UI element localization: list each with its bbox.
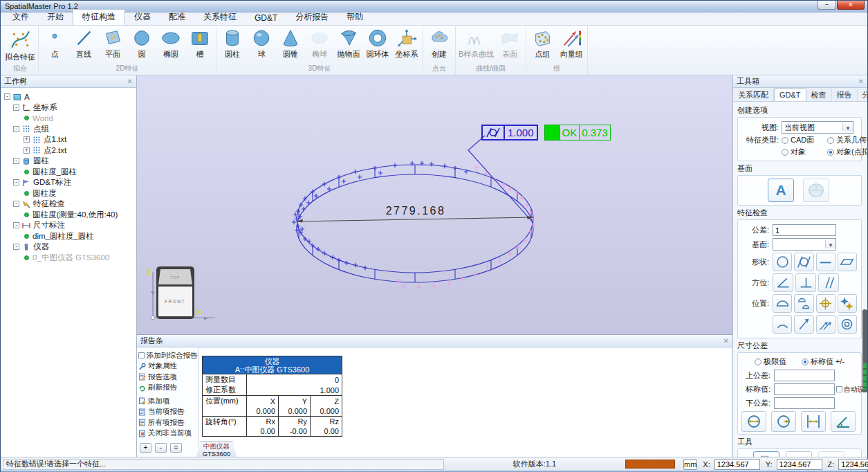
- current-item-report-button[interactable]: 当前项报告: [138, 407, 197, 418]
- flatness-button[interactable]: [838, 253, 857, 271]
- circle-button[interactable]: 圆: [127, 26, 156, 60]
- tree-node-check-item[interactable]: 圆柱度(测量:40,使用:40): [2, 210, 135, 221]
- datum-a-button[interactable]: A: [768, 179, 794, 202]
- toolbox-close-icon[interactable]: ✕: [858, 78, 864, 85]
- cylindricity-button[interactable]: [794, 253, 813, 271]
- tree-expander[interactable]: -: [13, 126, 19, 132]
- create-pointcloud-button[interactable]: 创建: [425, 26, 454, 60]
- font-increase-button[interactable]: +: [140, 443, 151, 453]
- tree-node-instrument[interactable]: -仪器: [2, 242, 135, 253]
- radio-icon[interactable]: [782, 137, 788, 144]
- report-bar-close-icon[interactable]: ✕: [723, 337, 729, 345]
- tree-node-dimension[interactable]: -尺寸标注: [2, 220, 135, 231]
- concentricity-button[interactable]: [838, 315, 857, 334]
- delete-button[interactable]: [786, 451, 812, 457]
- tree-node-cylindricity[interactable]: 圆柱度: [2, 188, 135, 199]
- runout-button[interactable]: [794, 315, 813, 334]
- radio-icon[interactable]: [755, 358, 761, 365]
- font-reset-button[interactable]: =: [170, 443, 182, 453]
- coordinate-system-button[interactable]: 坐标系: [392, 26, 421, 60]
- tree-expander[interactable]: -: [13, 158, 19, 164]
- close-button[interactable]: ✕: [837, 1, 865, 10]
- dimension-line[interactable]: [297, 217, 533, 221]
- report-options-button[interactable]: 报告选项: [138, 372, 197, 383]
- cylinder-button[interactable]: 圆柱: [218, 26, 247, 60]
- tree-node-world[interactable]: World: [2, 113, 135, 124]
- dimension-text[interactable]: 2779.168: [386, 205, 446, 217]
- composite-position-button[interactable]: [838, 294, 857, 313]
- add-to-report-checkbox[interactable]: 添加到综合报告: [138, 350, 197, 361]
- radio-icon[interactable]: [802, 358, 809, 365]
- tree-node-root[interactable]: -A: [2, 91, 135, 102]
- y-coord-input[interactable]: [777, 459, 822, 470]
- all-items-report-button[interactable]: 所有项报告: [138, 417, 197, 428]
- menu-alignment[interactable]: 配准: [160, 10, 194, 25]
- add-item-button[interactable]: 添加项: [138, 396, 197, 407]
- tree-expander[interactable]: -: [13, 201, 19, 207]
- close-noncurrent-button[interactable]: 关闭非当前项: [138, 428, 197, 439]
- tree-node-gdt[interactable]: -GD&T标注: [2, 177, 135, 188]
- distance-dim-button[interactable]: [801, 411, 826, 432]
- menu-file[interactable]: 文件: [3, 10, 38, 25]
- tree-node-csys[interactable]: -坐标系: [2, 102, 135, 114]
- tree-node-pts2[interactable]: +点2.txt: [2, 145, 135, 156]
- radio-object-fit[interactable]: 对象(点拟合): [827, 147, 867, 157]
- angle-dim-button[interactable]: [831, 411, 856, 432]
- menu-gdt[interactable]: GD&T: [246, 12, 286, 25]
- edit-button[interactable]: [753, 451, 779, 457]
- radio-limit-value[interactable]: 极限值: [755, 356, 786, 367]
- menu-instrument[interactable]: 仪器: [125, 10, 160, 25]
- line-button[interactable]: 直线: [69, 26, 98, 60]
- tolerance-input[interactable]: [773, 224, 836, 236]
- gdt-annotation[interactable]: 1.000 OK 0.373: [483, 125, 611, 140]
- tab-analysis[interactable]: 分析: [858, 88, 868, 101]
- cylinder-rim-top[interactable]: [297, 165, 533, 273]
- font-decrease-button[interactable]: -: [155, 443, 167, 453]
- x-coord-input[interactable]: [714, 459, 760, 470]
- cone-button[interactable]: 圆锥: [276, 26, 305, 60]
- straightness-button[interactable]: [816, 253, 835, 271]
- radio-icon[interactable]: [782, 149, 788, 156]
- worktree-close-icon[interactable]: ✕: [127, 78, 133, 85]
- tree-expander[interactable]: +: [24, 136, 30, 143]
- fit-feature-button[interactable]: 拟合特征: [3, 26, 37, 62]
- tree-node-cylinder[interactable]: -圆柱: [2, 156, 135, 167]
- menu-help[interactable]: 帮助: [338, 10, 372, 25]
- ellipse-button[interactable]: 椭圆: [156, 26, 185, 60]
- paraboloid-button[interactable]: 抛物面: [334, 26, 363, 60]
- toolbox-scrollbar[interactable]: [862, 309, 867, 392]
- checkbox-icon[interactable]: [138, 352, 145, 358]
- plane-button[interactable]: 平面: [98, 26, 127, 60]
- perpendicularity-button[interactable]: [795, 273, 816, 292]
- torus-button[interactable]: 圆环体: [363, 26, 392, 60]
- chevron-down-icon[interactable]: [842, 123, 853, 131]
- radio-relation-geom[interactable]: 关系几何特征: [827, 135, 867, 145]
- total-runout-button[interactable]: [816, 315, 835, 334]
- object-properties-button[interactable]: 对象属性: [138, 361, 197, 372]
- profile-surface-button[interactable]: [794, 294, 813, 313]
- tree-node-pointgroups[interactable]: -点组: [2, 124, 135, 135]
- checkbox-icon[interactable]: [836, 386, 842, 392]
- tree-node-feature-check[interactable]: -特征检查: [2, 199, 135, 210]
- tree-node-cylindricity-cyl[interactable]: 圆柱度_圆柱: [2, 167, 135, 178]
- slot-button[interactable]: 槽: [185, 26, 214, 60]
- tree-node-instrument-item[interactable]: 0_中图仪器 GTS3600: [2, 253, 135, 264]
- z-coord-input[interactable]: [838, 459, 868, 470]
- view-select[interactable]: 当前视图: [782, 121, 853, 134]
- chevron-down-icon[interactable]: [825, 240, 835, 248]
- tree-expander[interactable]: -: [13, 244, 19, 250]
- position-button[interactable]: [816, 294, 835, 313]
- profile-line-button[interactable]: [773, 294, 792, 313]
- radio-icon[interactable]: [827, 137, 834, 144]
- menu-relation-feature[interactable]: 关系特征: [194, 10, 246, 25]
- menu-start[interactable]: 开始: [38, 10, 73, 25]
- radio-cad-face[interactable]: CAD面: [782, 135, 824, 145]
- tree-expander[interactable]: -: [4, 93, 10, 100]
- tab-inspect[interactable]: 检查: [806, 88, 832, 101]
- roundness-button[interactable]: [773, 253, 792, 271]
- tab-relation-match[interactable]: 关系匹配: [733, 88, 774, 101]
- radio-nominal-value[interactable]: 标称值 +/-: [802, 356, 844, 367]
- datum-circle-button[interactable]: ?: [803, 179, 829, 202]
- viewport-3d[interactable]: 2779.168 1.000 OK 0.373 TOP: [137, 75, 732, 334]
- arc-check-button[interactable]: [773, 315, 792, 334]
